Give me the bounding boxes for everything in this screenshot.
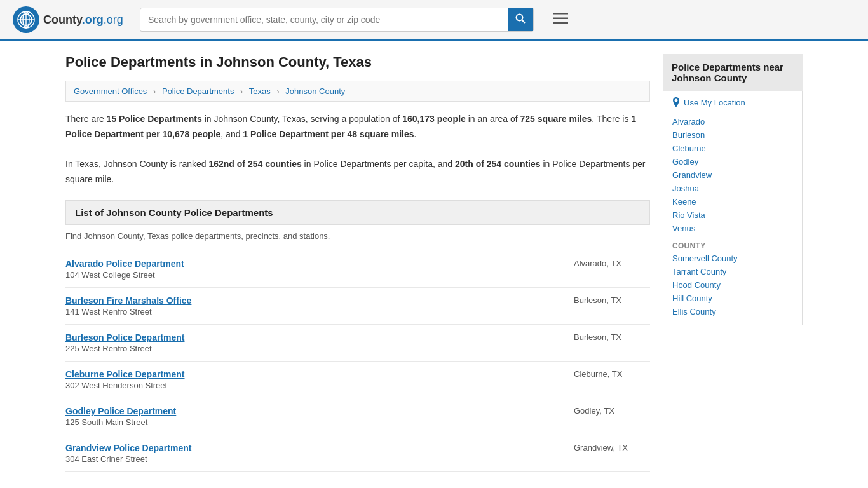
dept-address: 304 East Criner Street xyxy=(65,454,561,464)
breadcrumb-item-police[interactable]: Police Departments xyxy=(162,86,234,96)
breadcrumb: Government Offices › Police Departments … xyxy=(65,81,650,102)
table-row: Alvarado Police Department 104 West Coll… xyxy=(65,251,650,288)
dept-city: Grandview, TX xyxy=(574,443,650,452)
sidebar-county-link[interactable]: Somervell County xyxy=(672,252,793,265)
dept-name[interactable]: Burleson Police Department xyxy=(65,332,561,342)
department-list: Alvarado Police Department 104 West Coll… xyxy=(65,251,650,472)
dept-address: 302 West Henderson Street xyxy=(65,381,561,390)
svg-rect-9 xyxy=(553,22,568,24)
list-header: List of Johnson County Police Department… xyxy=(65,200,650,225)
logo-org: .org xyxy=(104,13,123,26)
page-title: Police Departments in Johnson County, Te… xyxy=(65,54,650,71)
sidebar-city-link[interactable]: Alvarado xyxy=(672,115,793,128)
sidebar-title: Police Departments near Johnson County xyxy=(663,54,803,91)
dept-name[interactable]: Burleson Fire Marshals Office xyxy=(65,295,561,306)
logo-icon xyxy=(13,6,39,33)
svg-line-6 xyxy=(522,20,526,24)
dept-city: Godley, TX xyxy=(574,406,650,416)
sidebar-city-link[interactable]: Cleburne xyxy=(672,142,793,155)
menu-icon[interactable] xyxy=(553,11,568,28)
dept-name[interactable]: Godley Police Department xyxy=(65,406,561,416)
svg-point-5 xyxy=(517,15,523,21)
sidebar-county-link[interactable]: Hood County xyxy=(672,278,793,292)
dept-info: Burleson Fire Marshals Office 141 West R… xyxy=(65,295,561,316)
sidebar-county-label: County xyxy=(672,241,793,250)
sidebar-city-link[interactable]: Keene xyxy=(672,195,793,208)
table-row: Cleburne Police Department 302 West Hend… xyxy=(65,362,650,398)
svg-rect-8 xyxy=(553,18,568,20)
dept-name[interactable]: Alvarado Police Department xyxy=(65,259,561,269)
use-location-link[interactable]: Use My Location xyxy=(672,97,793,107)
breadcrumb-item-gov[interactable]: Government Offices xyxy=(74,86,147,96)
dept-info: Cleburne Police Department 302 West Hend… xyxy=(65,369,561,390)
logo-text: County.org.org xyxy=(43,13,123,27)
sidebar-cities: AlvaradoBurlesonCleburneGodleyGrandviewJ… xyxy=(672,115,793,235)
sidebar-city-link[interactable]: Godley xyxy=(672,155,793,168)
dept-info: Godley Police Department 125 South Main … xyxy=(65,406,561,427)
sidebar-city-link[interactable]: Joshua xyxy=(672,182,793,195)
table-row: Grandview Police Department 304 East Cri… xyxy=(65,435,650,472)
table-row: Burleson Police Department 225 West Renf… xyxy=(65,325,650,362)
svg-rect-7 xyxy=(553,13,568,15)
breadcrumb-sep-1: › xyxy=(153,86,156,96)
sidebar-county-link[interactable]: Ellis County xyxy=(672,305,793,318)
sidebar-city-link[interactable]: Burleson xyxy=(672,128,793,142)
dept-address: 141 West Renfro Street xyxy=(65,307,561,316)
sidebar-county-link[interactable]: Tarrant County xyxy=(672,265,793,278)
search-bar xyxy=(140,8,534,32)
dept-address: 125 South Main Street xyxy=(65,417,561,427)
list-subtext: Find Johnson County, Texas police depart… xyxy=(65,231,650,241)
dept-info: Grandview Police Department 304 East Cri… xyxy=(65,443,561,464)
breadcrumb-item-texas[interactable]: Texas xyxy=(249,86,271,96)
dept-city: Burleson, TX xyxy=(574,332,650,342)
sidebar-city-link[interactable]: Venus xyxy=(672,222,793,235)
sidebar-counties: Somervell CountyTarrant CountyHood Count… xyxy=(672,252,793,318)
search-input[interactable] xyxy=(140,10,508,30)
sidebar: Police Departments near Johnson County U… xyxy=(663,54,803,472)
sidebar-city-link[interactable]: Rio Vista xyxy=(672,208,793,222)
dept-info: Alvarado Police Department 104 West Coll… xyxy=(65,259,561,280)
dept-name[interactable]: Grandview Police Department xyxy=(65,443,561,453)
info-text: There are 15 Police Departments in Johns… xyxy=(65,112,650,187)
dept-name[interactable]: Cleburne Police Department xyxy=(65,369,561,379)
sidebar-content: Use My Location AlvaradoBurlesonCleburne… xyxy=(663,91,803,325)
sidebar-city-link[interactable]: Grandview xyxy=(672,168,793,182)
table-row: Burleson Fire Marshals Office 141 West R… xyxy=(65,288,650,325)
dept-city: Cleburne, TX xyxy=(574,369,650,379)
dept-city: Burleson, TX xyxy=(574,295,650,305)
logo[interactable]: County.org.org xyxy=(13,6,127,33)
dept-address: 104 West College Street xyxy=(65,270,561,280)
table-row: Godley Police Department 125 South Main … xyxy=(65,398,650,435)
breadcrumb-sep-2: › xyxy=(240,86,243,96)
search-button[interactable] xyxy=(508,8,533,31)
sidebar-county-link[interactable]: Hill County xyxy=(672,292,793,305)
dept-city: Alvarado, TX xyxy=(574,259,650,268)
use-location-text: Use My Location xyxy=(684,98,745,107)
dept-info: Burleson Police Department 225 West Renf… xyxy=(65,332,561,353)
dept-address: 225 West Renfro Street xyxy=(65,344,561,353)
breadcrumb-sep-3: › xyxy=(276,86,279,96)
breadcrumb-item-johnson[interactable]: Johnson County xyxy=(285,86,345,96)
